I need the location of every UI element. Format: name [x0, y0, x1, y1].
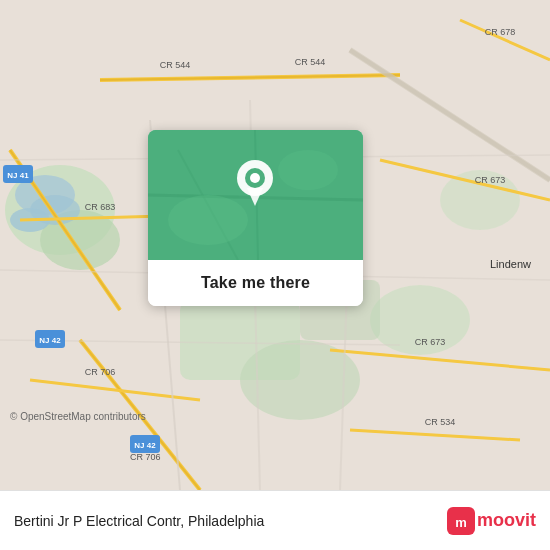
location-pin	[235, 160, 275, 200]
svg-text:NJ 41: NJ 41	[7, 171, 29, 180]
moovit-text: moovit	[477, 510, 536, 531]
take-me-there-button[interactable]: Take me there	[148, 260, 363, 306]
svg-text:CR 678: CR 678	[485, 27, 516, 37]
svg-text:CR 706: CR 706	[130, 452, 161, 462]
svg-text:CR 544: CR 544	[295, 57, 326, 67]
svg-marker-56	[247, 188, 263, 206]
location-card: Take me there	[148, 130, 363, 306]
svg-text:CR 673: CR 673	[475, 175, 506, 185]
card-map-area	[148, 130, 363, 260]
svg-point-55	[250, 173, 260, 183]
copyright-text: © OpenStreetMap contributors	[10, 411, 146, 422]
svg-text:CR 673: CR 673	[415, 337, 446, 347]
business-name: Bertini Jr P Electrical Contr, Philadelp…	[14, 513, 264, 529]
map-container: NJ 41 NJ 42 NJ 42 CR 544 CR 544 CR 683 C…	[0, 0, 550, 490]
svg-point-52	[278, 150, 338, 190]
svg-text:Lindenw: Lindenw	[490, 258, 531, 270]
bottom-bar: Bertini Jr P Electrical Contr, Philadelp…	[0, 490, 550, 550]
svg-text:m: m	[455, 515, 467, 530]
svg-text:NJ 42: NJ 42	[39, 336, 61, 345]
moovit-logo: m moovit	[447, 507, 536, 535]
svg-text:CR 534: CR 534	[425, 417, 456, 427]
svg-text:CR 544: CR 544	[160, 60, 191, 70]
svg-text:CR 706: CR 706	[85, 367, 116, 377]
moovit-icon: m	[447, 507, 475, 535]
svg-text:NJ 42: NJ 42	[134, 441, 156, 450]
svg-text:CR 683: CR 683	[85, 202, 116, 212]
